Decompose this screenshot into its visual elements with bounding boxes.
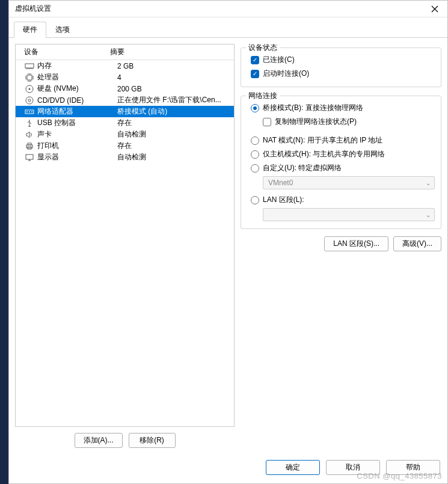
svg-rect-0 [25,64,34,68]
device-row[interactable]: 硬盘 (NVMe)200 GB [16,83,234,94]
add-button[interactable]: 添加(A)... [75,433,123,448]
device-name: CD/DVD (IDE) [37,96,117,105]
device-list-header: 设备 摘要 [16,44,234,60]
radio-icon [251,136,259,145]
remove-button[interactable]: 移除(R) [129,433,176,448]
device-list[interactable]: 内存2 GB处理器4硬盘 (NVMe)200 GBCD/DVD (IDE)正在使… [16,60,234,426]
right-pane: 设备状态 ✓ 已连接(C) ✓ 启动时连接(O) 网络连接 桥接模式(B): 直… [241,44,441,450]
svg-point-3 [29,88,31,90]
lan-segments-button[interactable]: LAN 区段(S)... [324,236,388,251]
svg-rect-13 [26,155,33,159]
cancel-button[interactable]: 取消 [326,460,380,475]
replicate-checkbox[interactable]: ✓ 复制物理网络连接状态(P) [247,115,435,129]
tabstrip: 硬件 选项 [9,17,447,38]
connected-checkbox[interactable]: ✓ 已连接(C) [247,53,435,67]
connected-label: 已连接(C) [263,55,295,65]
device-row[interactable]: 显示器自动检测 [16,152,234,163]
tab-hardware[interactable]: 硬件 [14,22,46,38]
device-summary: 桥接模式 (自动) [117,106,234,117]
custom-network-select[interactable]: VMnet0 ⌄ [263,176,435,189]
device-summary: 存在 [117,141,234,151]
chevron-down-icon: ⌄ [426,212,431,218]
custom-network-value: VMnet0 [268,179,293,187]
radio-nat-label: NAT 模式(N): 用于共享主机的 IP 地址 [263,135,382,146]
device-summary: 自动检测 [117,152,234,162]
radio-custom[interactable]: 自定义(U): 特定虚拟网络 [247,161,435,175]
radio-icon [251,104,259,112]
right-buttons: LAN 区段(S)... 高级(V)... [241,236,441,251]
device-row[interactable]: USB 控制器存在 [16,117,234,129]
titlebar: 虚拟机设置 [9,1,447,17]
ok-button[interactable]: 确定 [266,460,320,475]
device-name: 内存 [37,61,117,71]
tab-options[interactable]: 选项 [46,22,79,38]
svg-point-4 [26,97,33,104]
device-summary: 4 [117,73,234,82]
svg-point-8 [29,111,30,112]
device-row[interactable]: 处理器4 [16,72,234,83]
svg-rect-1 [27,75,32,80]
device-row[interactable]: 打印机存在 [16,140,234,152]
device-name: USB 控制器 [37,118,117,128]
device-list-wrap: 设备 摘要 内存2 GB处理器4硬盘 (NVMe)200 GBCD/DVD (I… [15,44,235,427]
lan-segment-select[interactable]: ⌄ [263,208,435,221]
device-status-group: 设备状态 ✓ 已连接(C) ✓ 启动时连接(O) [241,47,441,87]
svg-point-5 [28,99,31,102]
radio-icon [251,150,259,159]
radio-hostonly-label: 仅主机模式(H): 与主机共享的专用网络 [263,149,385,159]
device-status-legend: 设备状态 [246,43,280,53]
radio-lan-segment[interactable]: LAN 区段(L): [247,193,435,207]
network-icon [24,107,35,117]
radio-bridged[interactable]: 桥接模式(B): 直接连接物理网络 [247,101,435,115]
svg-point-9 [31,111,32,112]
radio-bridged-label: 桥接模式(B): 直接连接物理网络 [263,103,363,113]
disk-icon [24,84,35,94]
cd-icon [24,96,35,105]
close-button[interactable] [426,2,444,16]
device-summary: 200 GB [117,85,234,93]
left-pane: 设备 摘要 内存2 GB处理器4硬盘 (NVMe)200 GBCD/DVD (I… [15,44,235,450]
close-icon [431,5,438,13]
left-buttons: 添加(A)... 移除(R) [15,427,235,450]
custom-network-row: VMnet0 ⌄ [247,175,435,191]
checkbox-icon: ✓ [263,118,271,126]
device-name: 网络适配器 [37,106,117,117]
device-summary: 自动检测 [117,129,234,139]
device-name: 硬盘 (NVMe) [37,84,117,94]
replicate-label: 复制物理网络连接状态(P) [275,117,357,127]
device-name: 显示器 [37,152,117,162]
radio-icon [251,196,259,204]
advanced-button[interactable]: 高级(V)... [393,236,441,251]
help-button[interactable]: 帮助 [386,460,440,475]
network-connection-group: 网络连接 桥接模式(B): 直接连接物理网络 ✓ 复制物理网络连接状态(P) N… [241,96,441,229]
checkbox-icon: ✓ [251,70,259,78]
display-icon [24,153,35,162]
radio-hostonly[interactable]: 仅主机模式(H): 与主机共享的专用网络 [247,147,435,161]
window-title: 虚拟机设置 [15,4,51,14]
device-summary: 2 GB [117,62,234,70]
device-row[interactable]: 内存2 GB [16,60,234,72]
dialog-footer: 确定 取消 帮助 [9,455,447,483]
network-connection-legend: 网络连接 [246,91,280,101]
device-name: 声卡 [37,129,117,139]
chevron-down-icon: ⌄ [426,180,431,186]
connect-at-poweron-label: 启动时连接(O) [263,69,309,79]
column-header-device[interactable]: 设备 [16,47,109,57]
device-row[interactable]: 网络适配器桥接模式 (自动) [16,106,234,117]
printer-icon [24,141,35,151]
device-row[interactable]: 声卡自动检测 [16,129,234,140]
cpu-icon [24,73,35,82]
lan-segment-row: ⌄ [247,207,435,222]
svg-rect-11 [28,143,31,145]
memory-icon [24,61,35,71]
settings-dialog: 虚拟机设置 硬件 选项 设备 摘要 内存2 GB处理器4硬盘 (NVMe)200… [8,0,448,484]
svg-point-7 [26,111,28,112]
device-row[interactable]: CD/DVD (IDE)正在使用文件 F:\迅雷下载\Cen... [16,94,234,106]
device-summary: 存在 [117,118,234,128]
device-name: 处理器 [37,72,117,82]
connect-at-poweron-checkbox[interactable]: ✓ 启动时连接(O) [247,67,435,81]
radio-icon [251,164,259,173]
sound-icon [24,130,35,139]
radio-nat[interactable]: NAT 模式(N): 用于共享主机的 IP 地址 [247,133,435,147]
column-header-summary[interactable]: 摘要 [109,47,234,57]
